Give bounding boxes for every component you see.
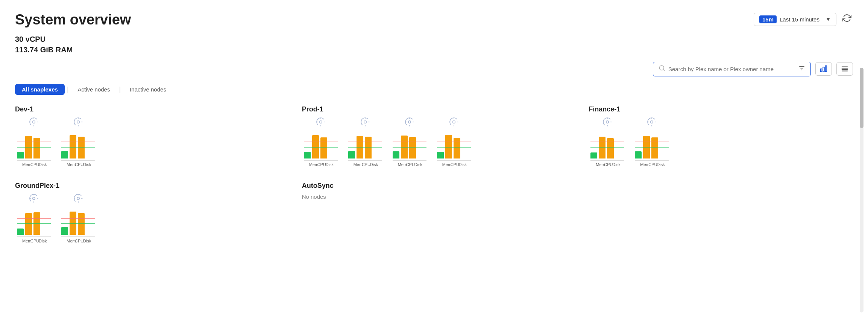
list-view-button[interactable] <box>836 62 853 76</box>
label-cpu: CPU <box>75 239 82 243</box>
plex-name: Finance-1 <box>589 105 853 113</box>
plex-name: GroundPlex-1 <box>15 182 279 190</box>
chart-labels: MemCPUDisk <box>640 162 663 167</box>
svg-line-1 <box>663 69 664 70</box>
label-disk: Disk <box>657 162 663 167</box>
chart-view-button[interactable] <box>815 62 832 76</box>
tab-all-snaplexes[interactable]: All snaplexes <box>15 84 65 95</box>
bars-group <box>590 131 614 159</box>
bar-mem <box>590 152 597 158</box>
bar-cpu <box>25 213 32 235</box>
node-chart-1-1[interactable]: MemCPUDisk <box>346 117 384 167</box>
plex-name: AutoSync <box>302 182 566 190</box>
chart-area <box>348 131 382 161</box>
chart-area <box>17 131 51 161</box>
svg-point-19 <box>651 121 653 123</box>
label-mem: Mem <box>67 239 73 243</box>
scrollbar[interactable] <box>860 68 863 312</box>
bar-mem <box>17 229 24 235</box>
filter-icon[interactable] <box>798 65 805 73</box>
chart-area <box>17 207 51 237</box>
svg-point-15 <box>364 121 366 123</box>
node-icon <box>73 117 83 129</box>
bar-mem <box>348 151 355 158</box>
node-icon <box>316 117 326 129</box>
plex-card-prod-1: Prod-1 MemCPUDisk <box>302 105 566 167</box>
label-disk: Disk <box>83 239 90 243</box>
label-mem: Mem <box>67 162 73 167</box>
refresh-button[interactable] <box>841 12 853 26</box>
chart-area <box>393 131 426 161</box>
node-chart-0-0[interactable]: MemCPUDisk <box>15 117 53 167</box>
time-dropdown[interactable]: 15m Last 15 minutes ▼ <box>754 13 836 26</box>
chart-labels: MemCPUDisk <box>67 239 90 243</box>
bars-group <box>437 131 460 159</box>
chart-labels: MemCPUDisk <box>354 162 377 167</box>
node-chart-2-1[interactable]: MemCPUDisk <box>633 117 671 167</box>
node-chart-1-0[interactable]: MemCPUDisk <box>302 117 340 167</box>
node-chart-1-2[interactable]: MemCPUDisk <box>391 117 428 167</box>
chart-labels: MemCPUDisk <box>22 239 46 243</box>
list-icon <box>841 65 849 73</box>
bar-mem <box>635 151 642 158</box>
cpu-threshold-line <box>590 147 624 148</box>
bar-disk <box>409 137 416 158</box>
label-disk: Disk <box>83 162 90 167</box>
tab-inactive-nodes[interactable]: Inactive nodes <box>123 84 173 95</box>
mem-threshold-line <box>61 142 95 142</box>
chart-labels: MemCPUDisk <box>398 162 421 167</box>
search-box[interactable] <box>653 62 811 76</box>
node-chart-1-3[interactable]: MemCPUDisk <box>435 117 473 167</box>
label-cpu: CPU <box>648 162 655 167</box>
cpu-threshold-line <box>61 223 95 224</box>
bars-group <box>17 207 40 236</box>
label-cpu: CPU <box>75 162 82 167</box>
mem-threshold-line <box>61 218 95 219</box>
nodes-row: MemCPUDisk MemCPUDisk <box>15 194 279 243</box>
stats-row: 30 vCPU 113.74 GiB RAM <box>15 34 853 55</box>
label-cpu: CPU <box>604 162 611 167</box>
nodes-row: MemCPUDisk MemCPUDisk <box>15 117 279 167</box>
chevron-down-icon: ▼ <box>826 16 831 22</box>
tab-active-nodes[interactable]: Active nodes <box>71 84 117 95</box>
node-chart-0-1[interactable]: MemCPUDisk <box>59 117 97 167</box>
no-nodes-label: No nodes <box>302 194 566 200</box>
label-cpu: CPU <box>362 162 369 167</box>
node-chart-2-0[interactable]: MemCPUDisk <box>589 117 626 167</box>
plex-card-autosync: AutoSyncNo nodes <box>302 182 566 243</box>
svg-point-20 <box>33 197 35 200</box>
refresh-icon <box>842 14 851 23</box>
svg-point-21 <box>77 197 80 200</box>
node-chart-3-1[interactable]: MemCPUDisk <box>59 194 97 243</box>
chart-area <box>635 131 669 161</box>
mem-threshold-line <box>437 142 471 142</box>
node-icon <box>29 194 39 206</box>
label-disk: Disk <box>326 162 332 167</box>
bar-disk <box>607 138 614 158</box>
chart-labels: MemCPUDisk <box>67 162 90 167</box>
label-cpu: CPU <box>30 239 37 243</box>
bar-mem <box>61 151 68 158</box>
page: System overview 15m Last 15 minutes ▼ 30… <box>0 0 868 320</box>
mem-threshold-line <box>635 142 669 142</box>
node-icon <box>73 194 83 206</box>
label-disk: Disk <box>612 162 619 167</box>
label-cpu: CPU <box>30 162 37 167</box>
bar-chart-icon <box>819 65 828 73</box>
bar-disk <box>78 137 85 158</box>
bars-group <box>635 131 658 159</box>
scrollbar-thumb[interactable] <box>860 68 863 128</box>
bars-group <box>61 131 85 159</box>
node-icon <box>360 117 370 129</box>
chart-labels: MemCPUDisk <box>596 162 619 167</box>
label-mem: Mem <box>22 162 29 167</box>
search-input[interactable] <box>668 66 795 72</box>
cpu-threshold-line <box>17 223 51 224</box>
node-chart-3-0[interactable]: MemCPUDisk <box>15 194 53 243</box>
bar-disk <box>651 137 658 158</box>
label-mem: Mem <box>640 162 647 167</box>
cpu-threshold-line <box>393 147 426 148</box>
bars-group <box>61 207 85 236</box>
svg-rect-5 <box>821 69 822 72</box>
plexes-grid: Dev-1 MemCPUDisk <box>15 105 853 243</box>
